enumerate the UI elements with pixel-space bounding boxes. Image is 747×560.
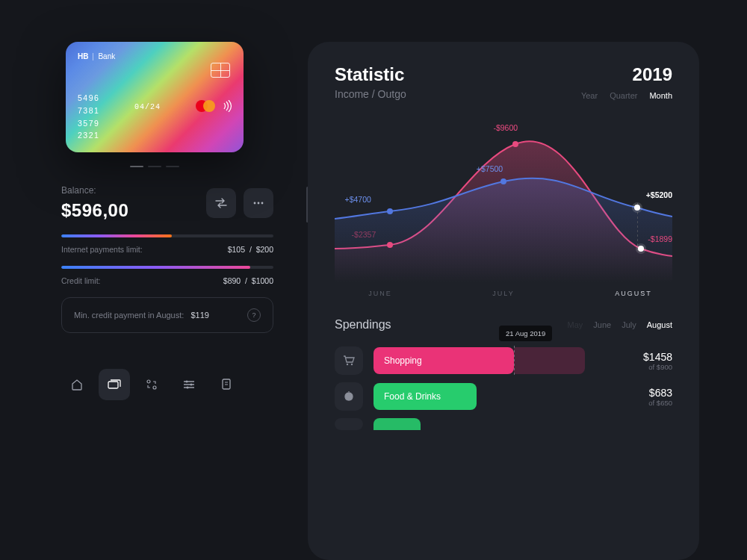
balance-value: $596,00 xyxy=(61,200,128,221)
date-badge: 21 Aug 2019 xyxy=(499,326,552,341)
svg-point-7 xyxy=(190,384,193,386)
shopping-value: $1458 xyxy=(619,351,672,363)
card-expiry: 04/24 xyxy=(134,103,161,111)
income-outgo-chart: +$4700 -$2357 -$9600 +$7500 +$5200 -$189… xyxy=(335,118,672,282)
min-payment-card: Min. credit payment in August: $119 ? xyxy=(61,297,273,333)
svg-point-6 xyxy=(186,381,188,383)
statistic-year: 2019 xyxy=(581,64,672,85)
category-icon xyxy=(335,418,363,430)
left-panel: HB Bank 5496 7381 3579 2321 04/24 Balanc… xyxy=(48,42,287,560)
statistic-panel: Statistic Income / Outgo 2019 Year Quart… xyxy=(308,42,699,560)
help-icon[interactable]: ? xyxy=(247,308,261,322)
svg-rect-3 xyxy=(108,382,118,388)
spending-row-shopping[interactable]: Shopping $1458 of $900 xyxy=(335,346,672,375)
spending-row-partial[interactable] xyxy=(335,418,672,430)
balance-label: Balance: xyxy=(61,185,128,196)
svg-point-5 xyxy=(153,386,156,389)
cart-icon xyxy=(335,346,363,375)
card-bank-logo: HB Bank xyxy=(78,52,232,60)
internet-limit-label: Internet payments limit: xyxy=(61,245,143,254)
tab-year[interactable]: Year xyxy=(581,91,598,100)
svg-point-8 xyxy=(187,387,189,389)
svg-point-4 xyxy=(147,380,150,383)
transfer-button[interactable] xyxy=(206,188,236,218)
statistic-title: Statistic xyxy=(335,64,406,85)
nav-receipt[interactable] xyxy=(211,369,242,400)
chip-icon xyxy=(211,63,230,78)
chart-label-outgo-aug: -$1899 xyxy=(648,234,672,243)
svg-point-0 xyxy=(254,202,256,205)
axis-june[interactable]: JUNE xyxy=(368,290,392,297)
contactless-icon xyxy=(223,100,233,114)
more-button[interactable] xyxy=(244,188,273,218)
credit-progress xyxy=(61,266,250,269)
nav-exchange[interactable] xyxy=(136,369,167,400)
food-bar: Food & Drinks xyxy=(374,383,477,410)
spendings-title: Spendings xyxy=(335,318,391,332)
nav-home[interactable] xyxy=(61,369,93,400)
spendings-tab-august[interactable]: August xyxy=(647,320,672,329)
chart-label-income-june: +$4700 xyxy=(345,195,371,204)
svg-point-1 xyxy=(258,202,260,205)
food-icon xyxy=(335,382,363,411)
food-of: of $650 xyxy=(619,399,672,407)
tab-month[interactable]: Month xyxy=(649,91,672,100)
chart-label-income-july: +$7500 xyxy=(477,164,503,173)
shopping-bar: Shopping xyxy=(374,347,514,374)
card-pagination[interactable] xyxy=(130,166,287,167)
shopping-of: of $900 xyxy=(619,363,672,371)
nav-settings[interactable] xyxy=(173,369,205,400)
credit-limit-label: Credit limit: xyxy=(61,276,101,285)
chart-label-outgo-july: -$9600 xyxy=(493,123,518,132)
mastercard-icon xyxy=(196,100,215,112)
tab-quarter[interactable]: Quarter xyxy=(610,91,637,100)
spending-row-food[interactable]: Food & Drinks $683 of $650 xyxy=(335,382,672,411)
statistic-subtitle: Income / Outgo xyxy=(335,88,406,100)
axis-july[interactable]: JULY xyxy=(492,290,514,297)
svg-point-10 xyxy=(347,364,348,365)
spendings-tab-june[interactable]: June xyxy=(593,320,611,329)
svg-point-2 xyxy=(261,202,264,205)
credit-card[interactable]: HB Bank 5496 7381 3579 2321 04/24 xyxy=(66,42,244,152)
food-value: $683 xyxy=(619,387,672,399)
bottom-nav xyxy=(61,369,273,400)
spendings-tab-july[interactable]: July xyxy=(622,320,636,329)
chart-label-income-aug: +$5200 xyxy=(646,190,672,199)
bank-logo-text: HB xyxy=(78,52,88,60)
spendings-tab-may[interactable]: May xyxy=(568,320,583,329)
svg-point-11 xyxy=(351,364,353,365)
balance-progress xyxy=(61,234,172,237)
nav-cards[interactable] xyxy=(99,369,130,400)
axis-august[interactable]: AUGUST xyxy=(615,290,652,297)
bank-name: Bank xyxy=(98,52,115,60)
chart-label-outgo-june: -$2357 xyxy=(352,230,376,239)
